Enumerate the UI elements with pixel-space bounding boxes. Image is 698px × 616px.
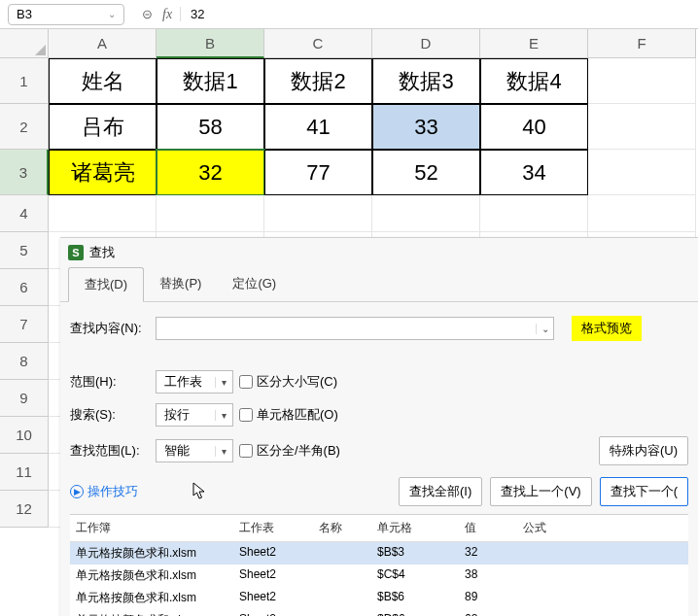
formula-value[interactable]: 32 [180, 7, 204, 21]
find-content-input[interactable]: ⌄ [156, 317, 554, 340]
row-header[interactable]: 9 [0, 380, 49, 417]
cell[interactable]: 数据1 [157, 58, 264, 104]
chevron-down-icon[interactable]: ⌄ [108, 9, 116, 19]
cell[interactable] [264, 195, 372, 232]
find-dialog: S 查找 查找(D)替换(P)定位(G) 查找内容(N): ⌄ 格式预览 范围(… [60, 237, 698, 616]
cell[interactable] [372, 195, 480, 232]
find-prev-button[interactable]: 查找上一个(V) [490, 477, 591, 506]
lookin-label: 查找范围(L): [70, 442, 150, 460]
match-width-checkbox[interactable]: 区分全/半角(B) [239, 442, 340, 460]
chevron-down-icon[interactable]: ⌄ [536, 324, 553, 334]
chevron-down-icon: ▾ [215, 377, 232, 388]
cell[interactable]: 数据4 [480, 58, 588, 104]
cell[interactable] [157, 195, 264, 232]
result-row[interactable]: 单元格按颜色求和.xlsmSheet2$D$662 [70, 609, 688, 616]
row-header[interactable]: 12 [0, 491, 49, 528]
cell[interactable]: 40 [480, 104, 588, 150]
cell[interactable]: 诸葛亮 [49, 150, 157, 195]
cell-reference: B3 [17, 7, 32, 21]
find-all-button[interactable]: 查找全部(I) [399, 477, 482, 506]
dialog-tab[interactable]: 替换(P) [144, 267, 217, 301]
row-header[interactable]: 11 [0, 454, 49, 491]
cell[interactable] [480, 195, 588, 232]
row-header[interactable]: 7 [0, 306, 49, 343]
result-row[interactable]: 单元格按颜色求和.xlsmSheet2$B$332 [70, 542, 688, 565]
dialog-tabs: 查找(D)替换(P)定位(G) [60, 267, 698, 302]
result-row[interactable]: 单元格按颜色求和.xlsmSheet2$C$438 [70, 565, 688, 587]
cell[interactable]: 52 [372, 150, 480, 195]
formula-bar: B3 ⌄ ⊝ fx 32 [0, 0, 698, 29]
row-header[interactable]: 10 [0, 417, 49, 454]
scope-select[interactable]: 工作表▾ [156, 370, 233, 394]
cell[interactable]: 数据3 [372, 58, 480, 104]
fx-icon[interactable]: fx [162, 7, 172, 22]
special-content-button[interactable]: 特殊内容(U) [599, 436, 688, 465]
cell[interactable]: 58 [157, 104, 264, 150]
app-icon: S [68, 245, 84, 260]
cell[interactable]: 数据2 [264, 58, 372, 104]
chevron-down-icon: ▾ [215, 410, 232, 421]
column-header[interactable]: C [264, 29, 372, 58]
row-header[interactable]: 8 [0, 343, 49, 380]
cell[interactable] [588, 150, 696, 195]
row-header[interactable]: 2 [0, 104, 49, 150]
results-header: 工作簿 工作表 名称 单元格 值 公式 [70, 515, 688, 542]
search-direction-select[interactable]: 按行▾ [156, 403, 233, 427]
match-case-checkbox[interactable]: 区分大小写(C) [239, 373, 337, 391]
dialog-tab[interactable]: 查找(D) [68, 267, 144, 302]
find-content-label: 查找内容(N): [70, 320, 150, 337]
zoom-icon[interactable]: ⊝ [142, 7, 153, 21]
cell[interactable] [49, 195, 157, 232]
dialog-tab[interactable]: 定位(G) [217, 267, 292, 301]
cell-reference-box[interactable]: B3 ⌄ [8, 4, 124, 25]
cell[interactable]: 41 [264, 104, 372, 150]
column-header[interactable]: B [157, 29, 264, 58]
format-preview[interactable]: 格式预览 [572, 316, 642, 341]
column-header[interactable]: E [480, 29, 588, 58]
tips-link[interactable]: ▶ 操作技巧 [70, 475, 138, 508]
find-next-button[interactable]: 查找下一个( [600, 477, 688, 506]
cell[interactable]: 吕布 [49, 104, 157, 150]
row-header[interactable]: 5 [0, 232, 49, 269]
row-header[interactable]: 3 [0, 150, 49, 195]
row-header[interactable]: 6 [0, 269, 49, 306]
cell[interactable]: 77 [264, 150, 372, 195]
result-row[interactable]: 单元格按颜色求和.xlsmSheet2$B$689 [70, 587, 688, 609]
select-all-corner[interactable] [0, 29, 49, 58]
cell[interactable]: 33 [372, 104, 480, 150]
search-label: 搜索(S): [70, 406, 150, 424]
scope-label: 范围(H): [70, 373, 150, 391]
cell[interactable]: 32 [157, 150, 264, 195]
column-header[interactable]: A [49, 29, 157, 58]
cell[interactable] [588, 58, 696, 104]
dialog-title: 查找 [89, 244, 115, 261]
column-header[interactable]: F [588, 29, 696, 58]
results-table: 工作簿 工作表 名称 单元格 值 公式 单元格按颜色求和.xlsmSheet2$… [70, 514, 688, 616]
chevron-down-icon: ▾ [215, 446, 232, 457]
cell[interactable] [588, 195, 696, 232]
cell[interactable]: 姓名 [49, 58, 157, 104]
row-header[interactable]: 4 [0, 195, 49, 232]
column-header[interactable]: D [372, 29, 480, 58]
lookin-select[interactable]: 智能▾ [156, 439, 233, 462]
play-icon: ▶ [70, 485, 84, 498]
match-cell-checkbox[interactable]: 单元格匹配(O) [239, 406, 338, 424]
row-header[interactable]: 1 [0, 58, 49, 104]
formula-tools: ⊝ fx [132, 7, 172, 22]
cell[interactable]: 34 [480, 150, 588, 195]
cell[interactable] [588, 104, 696, 150]
